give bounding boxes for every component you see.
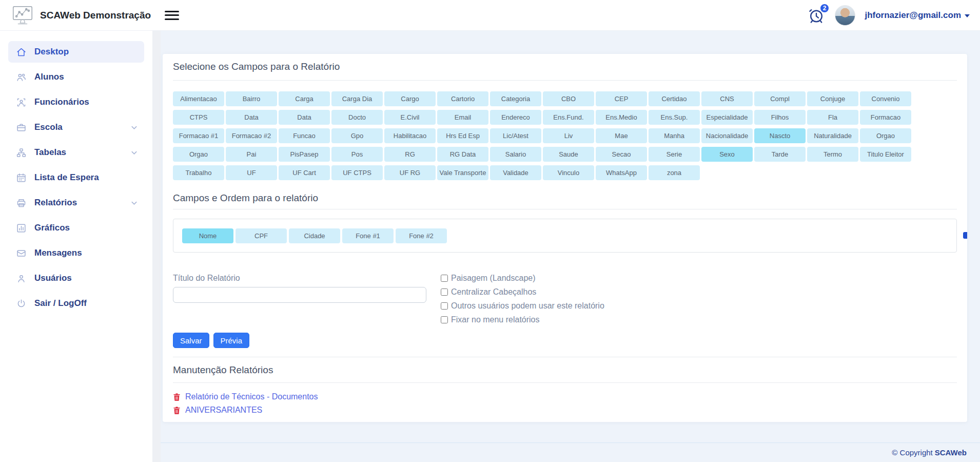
sidebar-item-mensagens[interactable]: Mensagens [8,242,144,264]
field-chip-data[interactable]: Data [279,110,330,125]
field-chip-naturalidade[interactable]: Naturalidade [807,128,858,143]
field-chip-secao[interactable]: Secao [596,147,647,162]
field-chip-liv[interactable]: Liv [543,128,594,143]
field-chip-especialidade[interactable]: Especialidade [701,110,753,125]
field-chip-ctps[interactable]: CTPS [173,110,224,125]
field-chip-mae[interactable]: Mae [596,128,647,143]
field-chip-orgao[interactable]: Orgao [173,147,224,162]
sidebar-item-lista-de-espera[interactable]: Lista de Espera [8,167,144,188]
field-chip-hrs-ed-esp[interactable]: Hrs Ed Esp [437,128,488,143]
field-chip-cbo[interactable]: CBO [543,91,594,106]
sidebar-scrollbar[interactable] [152,31,161,462]
field-chip-vale-transporte[interactable]: Vale Transporte [437,165,488,180]
field-chip-fla[interactable]: Fla [807,110,858,125]
field-chip-compl[interactable]: Compl [754,91,806,106]
field-chip-manha[interactable]: Manha [649,128,700,143]
field-chip-cns[interactable]: CNS [701,91,753,106]
delete-report-icon[interactable] [173,393,181,401]
field-chip-e-civil[interactable]: E.Civil [384,110,436,125]
field-chip-funcao[interactable]: Funcao [279,128,330,143]
sidebar-item-desktop[interactable]: Desktop [8,41,144,63]
order-chip-cidade[interactable]: Cidade [289,228,340,243]
field-chip-lic-atest[interactable]: Lic/Atest [490,128,541,143]
report-link-aniversariantes[interactable]: ANIVERSARIANTES [185,406,262,415]
sidebar-item-graficos[interactable]: Gráficos [8,217,144,239]
order-chip-fone-1[interactable]: Fone #1 [342,228,394,243]
field-chip-habilitacao[interactable]: Habilitacao [384,128,436,143]
field-chip-pos[interactable]: Pos [331,147,383,162]
field-chip-formacao-2[interactable]: Formacao #2 [226,128,277,143]
field-chip-formacao-1[interactable]: Formacao #1 [173,128,224,143]
sidebar-item-sair-logoff[interactable]: Sair / LogOff [8,293,144,314]
field-chip-uf-ctps[interactable]: UF CTPS [331,165,383,180]
field-chip-carga[interactable]: Carga [279,91,330,106]
order-chip-cpf[interactable]: CPF [236,228,287,243]
field-chip-validade[interactable]: Validade [490,165,541,180]
field-chip-sexo[interactable]: Sexo [701,147,753,162]
field-chip-trabalho[interactable]: Trabalho [173,165,224,180]
field-chip-uf-cart[interactable]: UF Cart [279,165,330,180]
field-chip-carga-dia[interactable]: Carga Dia [331,91,383,106]
user-menu[interactable]: jhfornazier@gmail.com [865,10,970,21]
field-chip-rg-data[interactable]: RG Data [437,147,488,162]
field-chip-cargo[interactable]: Cargo [384,91,436,106]
field-chip-tarde[interactable]: Tarde [754,147,806,162]
preview-button[interactable]: Prévia [213,333,250,348]
field-chip-salario[interactable]: Salario [490,147,541,162]
field-chip-cep[interactable]: CEP [596,91,647,106]
field-chip-convenio[interactable]: Convenio [860,91,911,106]
field-chip-conjuge[interactable]: Conjuge [807,91,858,106]
notifications-button[interactable]: 2 [807,6,826,25]
field-chip-docto[interactable]: Docto [331,110,383,125]
checkbox-fixar-no-menu-relatorios[interactable] [441,316,448,323]
sidebar-item-usuarios[interactable]: Usuários [8,267,144,289]
sidebar-item-funcionarios[interactable]: Funcionários [8,91,144,113]
field-chip-nascto[interactable]: Nascto [754,128,806,143]
field-chip-uf-rg[interactable]: UF RG [384,165,436,180]
sidebar-item-relatorios[interactable]: Relatórios [8,192,144,214]
field-chip-titulo-eleitor[interactable]: Titulo Eleitor [860,147,911,162]
field-chip-ens-sup[interactable]: Ens.Sup. [649,110,700,125]
field-chip-serie[interactable]: Serie [649,147,700,162]
edge-floating-toggle[interactable] [963,232,967,239]
field-chip-certidao[interactable]: Certidao [649,91,700,106]
field-chip-whatsapp[interactable]: WhatsApp [596,165,647,180]
field-chip-alimentacao[interactable]: Alimentacao [173,91,224,106]
sidebar-item-tabelas[interactable]: Tabelas [8,142,144,163]
field-chip-pai[interactable]: Pai [226,147,277,162]
checkbox-centralizar-cabecalhos[interactable] [441,288,448,296]
field-chip-formacao[interactable]: Formacao [860,110,911,125]
field-chip-filhos[interactable]: Filhos [754,110,806,125]
save-button[interactable]: Salvar [173,333,209,348]
field-chip-ens-fund[interactable]: Ens.Fund. [543,110,594,125]
field-chip-nacionalidade[interactable]: Nacionalidade [701,128,753,143]
field-chip-bairro[interactable]: Bairro [226,91,277,106]
checkbox-outros-usuarios-podem-usar-este-relatorio[interactable] [441,302,448,310]
field-chip-endereco[interactable]: Endereco [490,110,541,125]
sidebar-item-alunos[interactable]: Alunos [8,66,144,88]
menu-toggle-button[interactable] [165,10,179,21]
field-chip-email[interactable]: Email [437,110,488,125]
field-chip-ens-medio[interactable]: Ens.Medio [596,110,647,125]
field-chip-vinculo[interactable]: Vinculo [543,165,594,180]
user-avatar[interactable] [835,5,855,26]
order-chip-nome[interactable]: Nome [182,228,233,243]
field-chip-cartorio[interactable]: Cartorio [437,91,488,106]
field-chip-data[interactable]: Data [226,110,277,125]
order-chip-fone-2[interactable]: Fone #2 [396,228,447,243]
field-chip-termo[interactable]: Termo [807,147,858,162]
sidebar-item-escola[interactable]: Escola [8,117,144,138]
field-chip-gpo[interactable]: Gpo [331,128,383,143]
field-chip-pispasep[interactable]: PisPasep [279,147,330,162]
report-title-input[interactable] [173,287,426,303]
field-chip-uf[interactable]: UF [226,165,277,180]
field-chip-rg[interactable]: RG [384,147,436,162]
checkbox-paisagem-landscape[interactable] [441,275,448,282]
field-chip-orgao[interactable]: Orgao [860,128,911,143]
report-link-relatorio-de-tecnicos-documentos[interactable]: Relatório de Técnicos - Documentos [185,392,318,401]
report-options: Paisagem (Landscape)Centralizar Cabeçalh… [441,273,604,329]
field-chip-zona[interactable]: zona [649,165,700,180]
field-chip-categoria[interactable]: Categoria [490,91,541,106]
field-chip-saude[interactable]: Saude [543,147,594,162]
delete-report-icon[interactable] [173,406,181,415]
